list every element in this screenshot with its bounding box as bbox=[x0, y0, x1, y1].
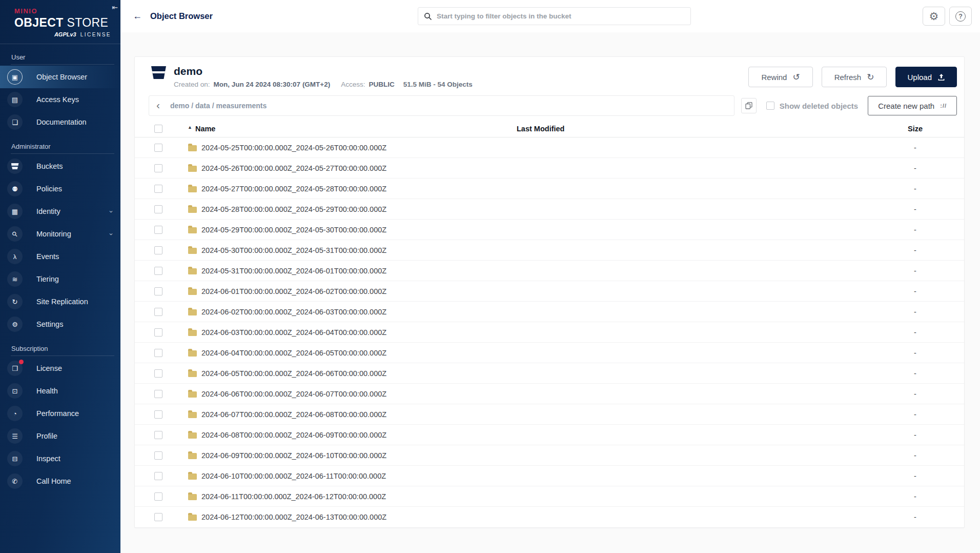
column-header-size[interactable]: Size bbox=[865, 125, 965, 133]
row-checkbox[interactable] bbox=[154, 328, 162, 337]
search-input[interactable] bbox=[437, 12, 685, 20]
row-checkbox[interactable] bbox=[154, 267, 162, 275]
sidebar-item-license[interactable]: ❒License bbox=[0, 357, 120, 380]
created-on-label: Created on: bbox=[174, 81, 210, 88]
sidebar-item-profile[interactable]: ☰Profile bbox=[0, 425, 120, 447]
sidebar-item-label: Site Replication bbox=[36, 298, 88, 306]
folder-icon bbox=[188, 371, 197, 377]
collapse-sidebar-icon[interactable]: ⇤ bbox=[112, 4, 118, 11]
object-name-cell[interactable]: 2024-05-25T00:00:00.000Z_2024-05-26T00:0… bbox=[182, 144, 517, 152]
row-checkbox[interactable] bbox=[154, 246, 162, 254]
object-name-cell[interactable]: 2024-06-12T00:00:00.000Z_2024-06-13T00:0… bbox=[182, 513, 517, 521]
row-checkbox[interactable] bbox=[154, 164, 162, 172]
back-arrow-icon[interactable]: ← bbox=[133, 11, 142, 22]
sidebar-section-subscription: Subscription❒License⊡Health◔Performance☰… bbox=[0, 343, 120, 492]
row-checkbox[interactable] bbox=[154, 144, 162, 152]
sidebar-item-identity[interactable]: ▦Identity‹ bbox=[0, 200, 120, 223]
copy-path-button[interactable] bbox=[741, 98, 757, 113]
row-checkbox[interactable] bbox=[154, 410, 162, 419]
object-size: - bbox=[865, 226, 965, 234]
sidebar-item-label: Policies bbox=[36, 185, 62, 193]
sidebar-item-access-keys[interactable]: ▤Access Keys bbox=[0, 88, 120, 111]
breadcrumb[interactable]: demo / data / measurements bbox=[170, 102, 267, 110]
row-checkbox[interactable] bbox=[154, 492, 162, 501]
object-name-cell[interactable]: 2024-06-04T00:00:00.000Z_2024-06-05T00:0… bbox=[182, 349, 517, 357]
object-name-cell[interactable]: 2024-05-27T00:00:00.000Z_2024-05-28T00:0… bbox=[182, 185, 517, 193]
show-deleted-label[interactable]: Show deleted objects bbox=[780, 102, 858, 110]
app-root: ⇤ MINIO OBJECT STORE AGPLv3 LICENSE User… bbox=[0, 0, 980, 553]
row-checkbox[interactable] bbox=[154, 369, 162, 378]
table-row: 2024-06-08T00:00:00.000Z_2024-06-09T00:0… bbox=[135, 425, 964, 445]
logo-title-object: OBJECT bbox=[14, 16, 64, 29]
sidebar-item-policies[interactable]: ⚉Policies bbox=[0, 177, 120, 200]
show-deleted-checkbox[interactable] bbox=[766, 102, 774, 110]
sidebar-item-documentation[interactable]: ❏Documentation bbox=[0, 111, 120, 133]
object-name-cell[interactable]: 2024-05-30T00:00:00.000Z_2024-05-31T00:0… bbox=[182, 246, 517, 254]
call-home-icon-glyph: ✆ bbox=[12, 478, 18, 485]
row-checkbox[interactable] bbox=[154, 205, 162, 213]
column-header-last-modified[interactable]: Last Modified bbox=[517, 125, 865, 133]
object-name-cell[interactable]: 2024-05-26T00:00:00.000Z_2024-05-27T00:0… bbox=[182, 164, 517, 172]
row-checkbox[interactable] bbox=[154, 185, 162, 193]
object-name-cell[interactable]: 2024-06-05T00:00:00.000Z_2024-06-06T00:0… bbox=[182, 369, 517, 378]
object-name-cell[interactable]: 2024-06-11T00:00:00.000Z_2024-06-12T00:0… bbox=[182, 492, 517, 501]
select-all-checkbox[interactable] bbox=[154, 125, 162, 133]
gear-icon: ⚙ bbox=[929, 11, 939, 22]
sidebar-item-performance[interactable]: ◔Performance bbox=[0, 402, 120, 425]
object-name-cell[interactable]: 2024-06-08T00:00:00.000Z_2024-06-09T00:0… bbox=[182, 431, 517, 439]
sidebar-section-user: User▣Object Browser▤Access Keys❏Document… bbox=[0, 51, 120, 133]
rewind-icon: ↺ bbox=[792, 72, 800, 83]
section-divider bbox=[11, 356, 114, 356]
sidebar-item-site-replication[interactable]: ↻Site Replication bbox=[0, 290, 120, 313]
object-name-cell[interactable]: 2024-06-03T00:00:00.000Z_2024-06-04T00:0… bbox=[182, 328, 517, 337]
sidebar-item-object-browser[interactable]: ▣Object Browser bbox=[0, 66, 120, 88]
column-header-name[interactable]: ▲ Name bbox=[182, 125, 517, 133]
sidebar-item-call-home[interactable]: ✆Call Home bbox=[0, 470, 120, 492]
create-new-path-button[interactable]: Create new path :// bbox=[868, 96, 957, 115]
object-name-cell[interactable]: 2024-06-06T00:00:00.000Z_2024-06-07T00:0… bbox=[182, 390, 517, 398]
help-button[interactable]: ? bbox=[949, 7, 972, 26]
object-name-cell[interactable]: 2024-06-02T00:00:00.000Z_2024-06-03T00:0… bbox=[182, 308, 517, 316]
policies-icon-glyph: ⚉ bbox=[12, 185, 18, 193]
object-name-cell[interactable]: 2024-06-07T00:00:00.000Z_2024-06-08T00:0… bbox=[182, 410, 517, 419]
row-checkbox[interactable] bbox=[154, 431, 162, 439]
row-checkbox[interactable] bbox=[154, 226, 162, 234]
object-name-cell[interactable]: 2024-06-01T00:00:00.000Z_2024-06-02T00:0… bbox=[182, 287, 517, 295]
object-name-cell[interactable]: 2024-05-31T00:00:00.000Z_2024-06-01T00:0… bbox=[182, 267, 517, 275]
sidebar-item-monitoring[interactable]: ⚲Monitoring‹ bbox=[0, 223, 120, 245]
object-name-cell[interactable]: 2024-06-10T00:00:00.000Z_2024-06-11T00:0… bbox=[182, 472, 517, 480]
row-checkbox[interactable] bbox=[154, 451, 162, 460]
sidebar-item-buckets[interactable]: Buckets bbox=[0, 155, 120, 177]
object-name-cell[interactable]: 2024-05-29T00:00:00.000Z_2024-05-30T00:0… bbox=[182, 226, 517, 234]
row-checkbox-cell bbox=[135, 390, 182, 398]
row-checkbox[interactable] bbox=[154, 349, 162, 357]
bucket-glyph bbox=[11, 163, 19, 169]
object-browser-icon-glyph: ▣ bbox=[12, 73, 18, 81]
object-name-cell[interactable]: 2024-06-09T00:00:00.000Z_2024-06-10T00:0… bbox=[182, 451, 517, 460]
bucket-usage: 51.5 MiB - 54 Objects bbox=[403, 81, 473, 88]
sidebar-item-label: Inspect bbox=[36, 455, 60, 463]
sidebar-item-inspect[interactable]: ⊟Inspect bbox=[0, 447, 120, 470]
breadcrumb-back-icon[interactable]: ‹ bbox=[154, 100, 162, 112]
access-value[interactable]: PUBLIC bbox=[369, 81, 395, 88]
row-checkbox[interactable] bbox=[154, 308, 162, 316]
object-name-cell[interactable]: 2024-05-28T00:00:00.000Z_2024-05-29T00:0… bbox=[182, 205, 517, 213]
table-row: 2024-06-09T00:00:00.000Z_2024-06-10T00:0… bbox=[135, 445, 964, 466]
folder-icon bbox=[188, 289, 197, 295]
sidebar-item-settings[interactable]: ⚙Settings bbox=[0, 313, 120, 335]
upload-button[interactable]: Upload bbox=[895, 67, 957, 87]
row-checkbox[interactable] bbox=[154, 513, 162, 521]
table-row: 2024-06-11T00:00:00.000Z_2024-06-12T00:0… bbox=[135, 486, 964, 507]
sidebar-item-health[interactable]: ⊡Health bbox=[0, 380, 120, 402]
refresh-button[interactable]: Refresh ↻ bbox=[822, 67, 887, 87]
show-deleted-toggle: Show deleted objects bbox=[766, 102, 858, 110]
rewind-button[interactable]: Rewind ↺ bbox=[748, 67, 812, 87]
table-row: 2024-06-02T00:00:00.000Z_2024-06-03T00:0… bbox=[135, 302, 964, 322]
row-checkbox[interactable] bbox=[154, 390, 162, 398]
row-checkbox[interactable] bbox=[154, 287, 162, 295]
settings-button[interactable]: ⚙ bbox=[923, 7, 945, 26]
row-checkbox-cell bbox=[135, 451, 182, 460]
row-checkbox[interactable] bbox=[154, 472, 162, 480]
sidebar-item-events[interactable]: λEvents bbox=[0, 245, 120, 268]
sidebar-item-tiering[interactable]: ≋Tiering bbox=[0, 268, 120, 290]
